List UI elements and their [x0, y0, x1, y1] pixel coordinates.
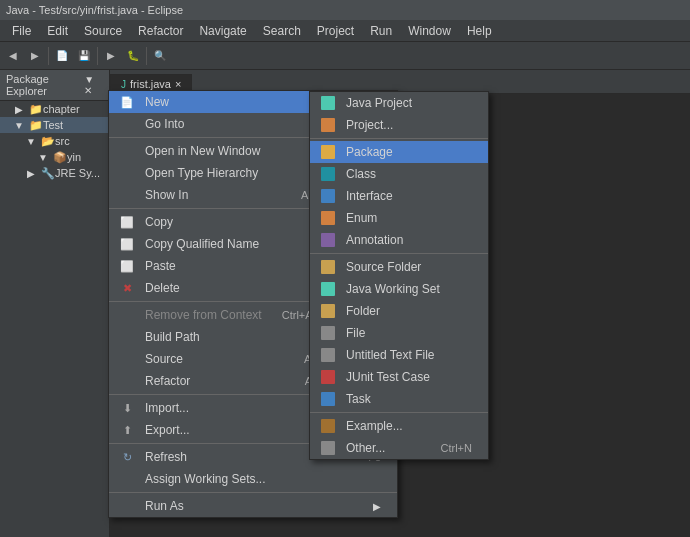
paste-icon: ⬜: [119, 258, 135, 274]
enum-icon: [320, 210, 336, 226]
tree-item-jre[interactable]: ▶ 🔧 JRE Sy...: [0, 165, 109, 181]
toolbar-run[interactable]: ▶: [100, 45, 122, 67]
refresh-icon: ↻: [119, 449, 135, 465]
tab-icon: J: [121, 79, 126, 90]
jre-arrow-icon: ▶: [24, 166, 38, 180]
ctx-gointo-label: Go Into: [145, 117, 184, 131]
ctx-source-label: Source: [145, 352, 183, 366]
sub-task[interactable]: Task: [310, 388, 488, 410]
sub-project[interactable]: Project...: [310, 114, 488, 136]
context-menu: 📄 New ▶ Go Into Open in New Window Open …: [108, 90, 398, 518]
sub-sep-1: [310, 138, 488, 139]
sub-junittestcase-label: JUnit Test Case: [346, 370, 430, 384]
ctx-import-label: Import...: [145, 401, 189, 415]
toolbar: ◀ ▶ 📄 💾 ▶ 🐛 🔍: [0, 42, 690, 70]
toolbar-debug[interactable]: 🐛: [122, 45, 144, 67]
sourcefolder-icon: [320, 259, 336, 275]
ctx-export-label: Export...: [145, 423, 190, 437]
yin-arrow-icon: ▼: [36, 150, 50, 164]
tab-label: frist.java: [130, 78, 171, 90]
sub-interface[interactable]: Interface: [310, 185, 488, 207]
sub-enum[interactable]: Enum: [310, 207, 488, 229]
sub-javaproject[interactable]: Java Project: [310, 92, 488, 114]
ctx-opentype-label: Open Type Hierarchy: [145, 166, 258, 180]
tree-item-chapter[interactable]: ▶ 📁 chapter: [0, 101, 109, 117]
menu-navigate[interactable]: Navigate: [191, 22, 254, 40]
sub-file[interactable]: File: [310, 322, 488, 344]
sub-javaproject-label: Java Project: [346, 96, 412, 110]
sub-example[interactable]: Example...: [310, 415, 488, 437]
sub-junittestcase[interactable]: JUnit Test Case: [310, 366, 488, 388]
sub-other[interactable]: Other... Ctrl+N: [310, 437, 488, 459]
menu-file[interactable]: File: [4, 22, 39, 40]
toolbar-search[interactable]: 🔍: [149, 45, 171, 67]
menu-refactor[interactable]: Refactor: [130, 22, 191, 40]
menu-edit[interactable]: Edit: [39, 22, 76, 40]
tree-item-src[interactable]: ▼ 📂 src: [0, 133, 109, 149]
package-icon: [320, 144, 336, 160]
ctx-assignws-label: Assign Working Sets...: [145, 472, 266, 486]
ctx-showin-label: Show In: [145, 188, 188, 202]
sub-package-label: Package: [346, 145, 393, 159]
sub-untitledtextfile[interactable]: Untitled Text File: [310, 344, 488, 366]
javaproject-icon: [320, 95, 336, 111]
sub-sourcefolder-label: Source Folder: [346, 260, 421, 274]
sub-untitledtextfile-label: Untitled Text File: [346, 348, 434, 362]
folder-icon: [320, 303, 336, 319]
tab-close[interactable]: ×: [175, 78, 181, 90]
toolbar-btn-1[interactable]: ◀: [2, 45, 24, 67]
menu-search[interactable]: Search: [255, 22, 309, 40]
javaworkingset-icon: [320, 281, 336, 297]
sub-other-label: Other...: [346, 441, 385, 455]
copy-icon: ⬜: [119, 214, 135, 230]
tree-item-test[interactable]: ▼ 📁 Test: [0, 117, 109, 133]
ctx-delete-label: Delete: [145, 281, 180, 295]
sub-enum-label: Enum: [346, 211, 377, 225]
menu-bar: File Edit Source Refactor Navigate Searc…: [0, 20, 690, 42]
ctx-openwindow-label: Open in New Window: [145, 144, 260, 158]
menu-run[interactable]: Run: [362, 22, 400, 40]
toolbar-btn-2[interactable]: ▶: [24, 45, 46, 67]
file-icon: [320, 325, 336, 341]
toolbar-new[interactable]: 📄: [51, 45, 73, 67]
menu-project[interactable]: Project: [309, 22, 362, 40]
class-icon: [320, 166, 336, 182]
sub-folder[interactable]: Folder: [310, 300, 488, 322]
example-icon: [320, 418, 336, 434]
export-icon: ⬆: [119, 422, 135, 438]
sub-javaworkingset[interactable]: Java Working Set: [310, 278, 488, 300]
import-icon: ⬇: [119, 400, 135, 416]
package-explorer: Package Explorer ▼ ✕ ▶ 📁 chapter ▼ 📁 Tes…: [0, 70, 110, 537]
sub-javaworkingset-label: Java Working Set: [346, 282, 440, 296]
other-icon: [320, 440, 336, 456]
other-shortcut: Ctrl+N: [441, 442, 472, 454]
pe-title: Package Explorer: [6, 73, 84, 97]
sub-sourcefolder[interactable]: Source Folder: [310, 256, 488, 278]
ctx-assignws[interactable]: Assign Working Sets...: [109, 468, 397, 490]
sub-class[interactable]: Class: [310, 163, 488, 185]
ctx-removefromctx-label: Remove from Context: [145, 308, 262, 322]
sub-project-label: Project...: [346, 118, 393, 132]
junittestcase-icon: [320, 369, 336, 385]
pe-controls: ▼ ✕: [84, 74, 103, 96]
test-arrow-icon: ▼: [12, 118, 26, 132]
sub-task-label: Task: [346, 392, 371, 406]
menu-source[interactable]: Source: [76, 22, 130, 40]
menu-help[interactable]: Help: [459, 22, 500, 40]
tree-item-yin[interactable]: ▼ 📦 yin: [0, 149, 109, 165]
ctx-copyqualified-label: Copy Qualified Name: [145, 237, 259, 251]
submenu-new: Java Project Project... Package Class In…: [309, 91, 489, 460]
interface-icon: [320, 188, 336, 204]
toolbar-save[interactable]: 💾: [73, 45, 95, 67]
sub-file-label: File: [346, 326, 365, 340]
ctx-buildpath-label: Build Path: [145, 330, 200, 344]
ctx-sep-6: [109, 492, 397, 493]
ctx-runas[interactable]: Run As ▶: [109, 495, 397, 517]
ctx-paste-label: Paste: [145, 259, 176, 273]
sub-annotation[interactable]: Annotation: [310, 229, 488, 251]
sub-sep-2: [310, 253, 488, 254]
menu-window[interactable]: Window: [400, 22, 459, 40]
sub-package[interactable]: Package: [310, 141, 488, 163]
ctx-new-label: New: [145, 95, 169, 109]
runas-arrow-icon: ▶: [373, 501, 381, 512]
